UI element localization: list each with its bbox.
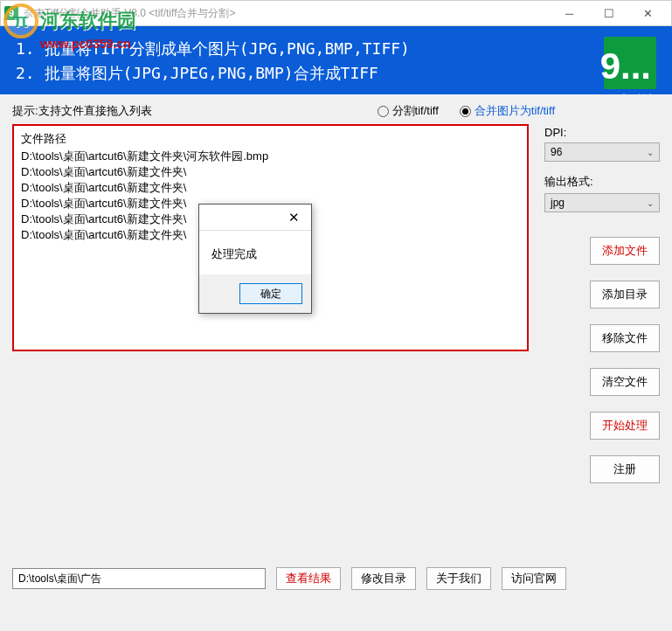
visit-site-button[interactable]: 访问官网	[502, 567, 566, 590]
output-path-value: D:\tools\桌面\广告	[18, 572, 101, 586]
window-title: 奈末Tiff分割合并助手 V8.0 <tif/tiff合并与分割>	[24, 6, 550, 21]
list-item[interactable]: D:\tools\桌面\artcut6\新建文件夹\河东软件园.bmp	[21, 149, 520, 164]
start-button[interactable]: 开始处理	[590, 412, 660, 440]
side-panel: DPI: 96 ⌄ 输出格式: jpg ⌄ 添加文件 添加目录 移除文件 清空文…	[544, 124, 660, 483]
dialog-ok-button[interactable]: 确定	[239, 283, 302, 304]
chevron-down-icon: ⌄	[647, 198, 654, 208]
radio-circle-icon	[460, 106, 471, 117]
logo-icon: 9...	[604, 37, 656, 89]
format-label: 输出格式:	[544, 174, 660, 190]
header-line-2: 2. 批量将图片(JPG,JPEG,PNG,BMP)合并成TIFF	[16, 61, 656, 86]
change-dir-button[interactable]: 修改目录	[351, 567, 416, 590]
radio-split-label: 分割tif/tiff	[392, 103, 439, 119]
radio-split[interactable]: 分割tif/tiff	[378, 103, 439, 119]
remove-file-button[interactable]: 移除文件	[590, 324, 660, 352]
format-value: jpg	[551, 197, 565, 209]
message-dialog: ✕ 处理完成 确定	[198, 204, 312, 314]
dialog-message: 处理完成	[199, 231, 311, 274]
about-button[interactable]: 关于我们	[426, 567, 491, 590]
clear-files-button[interactable]: 清空文件	[590, 368, 660, 396]
hint-text: 提示:支持文件直接拖入列表	[12, 103, 378, 119]
close-button[interactable]: ✕	[628, 1, 668, 25]
dpi-select[interactable]: 96 ⌄	[544, 142, 660, 162]
output-path-input[interactable]: D:\tools\桌面\广告	[12, 568, 266, 589]
dpi-value: 96	[551, 146, 562, 158]
add-dir-button[interactable]: 添加目录	[590, 281, 660, 309]
window-titlebar: 9 奈末Tiff分割合并助手 V8.0 <tif/tiff合并与分割> ─ ☐ …	[0, 0, 672, 26]
bottom-bar: D:\tools\桌面\广告 查看结果 修改目录 关于我们 访问官网	[12, 567, 660, 590]
maximize-button[interactable]: ☐	[589, 1, 628, 25]
view-result-button[interactable]: 查看结果	[276, 567, 341, 590]
dialog-close-button[interactable]: ✕	[276, 205, 311, 230]
header-banner: 1. 批量将TIFF分割成单个图片(JPG,PNG,BMP,TIFF) 2. 批…	[0, 26, 672, 94]
list-item[interactable]: D:\tools\桌面\artcut6\新建文件夹\	[21, 164, 520, 180]
content-area: 提示:支持文件直接拖入列表 分割tif/tiff 合并图片为tif/tiff 文…	[0, 94, 672, 599]
minimize-button[interactable]: ─	[550, 1, 589, 25]
radio-circle-icon	[378, 106, 389, 117]
radio-merge-label: 合并图片为tif/tiff	[475, 103, 555, 119]
chevron-down-icon: ⌄	[647, 148, 654, 157]
register-button[interactable]: 注册	[590, 455, 660, 483]
header-line-1: 1. 批量将TIFF分割成单个图片(JPG,PNG,BMP,TIFF)	[16, 37, 656, 61]
file-list-header: 文件路径	[21, 131, 520, 147]
format-select[interactable]: jpg ⌄	[544, 193, 660, 212]
app-icon: 9	[4, 6, 18, 20]
add-file-button[interactable]: 添加文件	[590, 237, 660, 265]
radio-merge[interactable]: 合并图片为tif/tiff	[460, 103, 555, 119]
dpi-label: DPI:	[544, 126, 660, 139]
list-item[interactable]: D:\tools\桌面\artcut6\新建文件夹\	[21, 180, 520, 196]
